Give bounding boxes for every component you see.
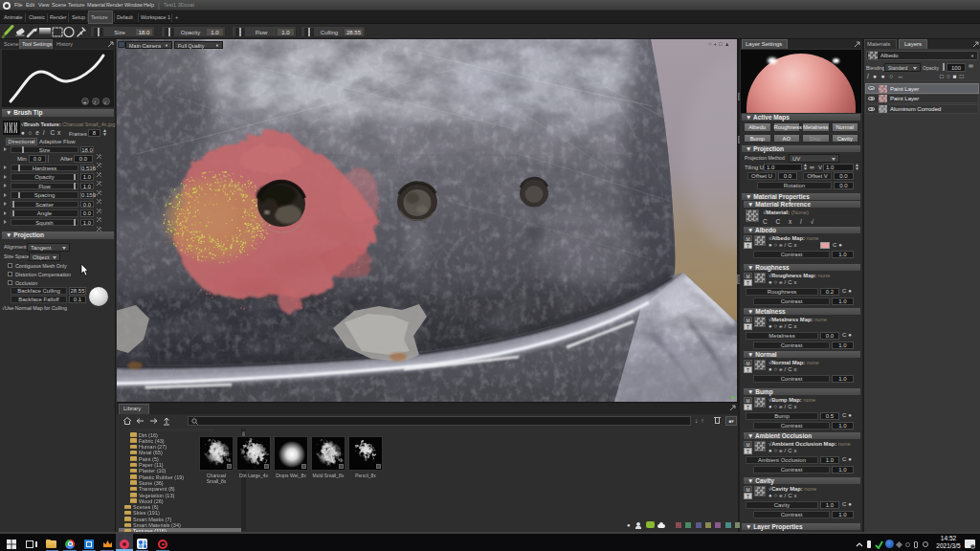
svg-text:√: √ (104, 99, 107, 105)
svg-text:+: + (83, 99, 87, 105)
